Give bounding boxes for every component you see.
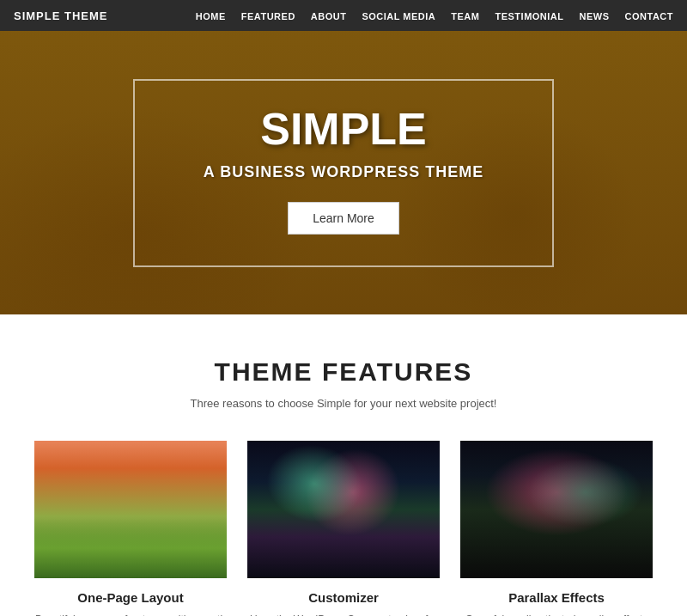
- feature-name-layout: One-Page Layout: [34, 590, 227, 605]
- nav-link-featured[interactable]: FEATURED: [241, 11, 295, 21]
- features-grid: One-Page Layout Beautiful one-page front…: [34, 441, 653, 616]
- feature-desc-parallax: Graceful scroll-activated parallax effec…: [460, 612, 653, 616]
- nav-link-home[interactable]: HOME: [196, 11, 226, 21]
- nav-item-social-media[interactable]: SOCIAL MEDIA: [362, 8, 435, 23]
- nav-link-about[interactable]: ABOUT: [311, 11, 347, 21]
- feature-name-parallax: Parallax Effects: [460, 590, 653, 605]
- nav-link-contact[interactable]: CONTACT: [625, 11, 673, 21]
- hero-content-box: SIMPLE A BUSINESS WORDPRESS THEME Learn …: [133, 79, 554, 267]
- feature-item-layout: One-Page Layout Beautiful one-page front…: [34, 441, 227, 616]
- feature-desc-layout: Beautiful one-page frontpage with smooth…: [34, 612, 227, 616]
- hero-subtitle: A BUSINESS WORDPRESS THEME: [186, 163, 501, 181]
- feature-image-aurora1: [247, 441, 440, 578]
- feature-desc-customizer: Uses the WordPress Core customizer for e…: [247, 612, 440, 616]
- feature-name-customizer: Customizer: [247, 590, 440, 605]
- nav-item-featured[interactable]: FEATURED: [241, 8, 295, 23]
- nav-link-testimonial[interactable]: TESTIMONIAL: [495, 11, 563, 21]
- nav-item-contact[interactable]: CONTACT: [625, 8, 673, 23]
- hero-section: SIMPLE A BUSINESS WORDPRESS THEME Learn …: [0, 31, 687, 314]
- feature-item-parallax: Parallax Effects Graceful scroll-activat…: [460, 441, 653, 616]
- hero-title: SIMPLE: [186, 107, 501, 151]
- feature-image-landscape: [34, 441, 227, 578]
- features-title: THEME FEATURES: [34, 357, 653, 387]
- nav-links: HOME FEATURED ABOUT SOCIAL MEDIA TEAM TE…: [196, 8, 673, 23]
- site-logo: SIMPLE THEME: [14, 9, 108, 22]
- nav-link-social-media[interactable]: SOCIAL MEDIA: [362, 11, 435, 21]
- nav-item-home[interactable]: HOME: [196, 8, 226, 23]
- nav-link-news[interactable]: NEWS: [580, 11, 610, 21]
- feature-image-aurora2: [460, 441, 653, 578]
- features-section: THEME FEATURES Three reasons to choose S…: [0, 314, 687, 616]
- feature-item-customizer: Customizer Uses the WordPress Core custo…: [247, 441, 440, 616]
- nav-item-team[interactable]: TEAM: [451, 8, 479, 23]
- hero-cta-button[interactable]: Learn More: [288, 202, 399, 235]
- features-subtitle: Three reasons to choose Simple for your …: [34, 397, 653, 410]
- nav-item-news[interactable]: NEWS: [580, 8, 610, 23]
- nav-item-about[interactable]: ABOUT: [311, 8, 347, 23]
- nav-item-testimonial[interactable]: TESTIMONIAL: [495, 8, 563, 23]
- nav-link-team[interactable]: TEAM: [451, 11, 479, 21]
- navbar: SIMPLE THEME HOME FEATURED ABOUT SOCIAL …: [0, 0, 687, 31]
